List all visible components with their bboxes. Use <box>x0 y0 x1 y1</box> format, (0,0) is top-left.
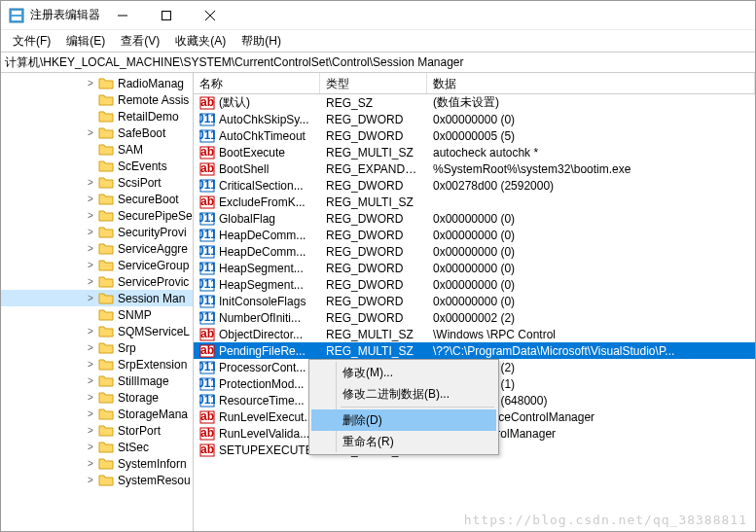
value-type: REG_DWORD <box>320 179 427 193</box>
list-row[interactable]: abPendingFileRe...REG_MULTI_SZ\??\C:\Pro… <box>194 342 755 359</box>
tree-expand-icon[interactable]: > <box>85 227 96 238</box>
close-button[interactable] <box>188 1 232 30</box>
tree-item[interactable]: >SecurePipeSe <box>1 207 193 224</box>
tree-expand-icon[interactable]: > <box>85 210 96 222</box>
tree-item[interactable]: >SecureBoot <box>1 191 193 207</box>
tree-item[interactable]: SAM <box>1 141 193 158</box>
list-row[interactable]: 011GlobalFlagREG_DWORD0x00000000 (0) <box>194 210 755 227</box>
tree-expand-icon[interactable]: > <box>85 392 96 404</box>
list-row[interactable]: 011NumberOfIniti...REG_DWORD0x00000002 (… <box>194 309 755 326</box>
menu-view[interactable]: 查看(V) <box>113 31 167 52</box>
tree-expand-icon[interactable]: > <box>85 442 96 453</box>
tree-expand-icon[interactable]: > <box>85 177 96 189</box>
tree-item[interactable]: >Srp <box>1 339 193 356</box>
col-header-type[interactable]: 类型 <box>320 73 427 93</box>
minimize-button[interactable] <box>100 1 144 30</box>
list-row[interactable]: 011HeapSegment...REG_DWORD0x00000000 (0) <box>194 260 755 276</box>
menu-edit[interactable]: 编辑(E) <box>58 31 113 52</box>
menu-favorites[interactable]: 收藏夹(A) <box>167 31 234 52</box>
value-data: 0x00000000 (0) <box>427 229 755 242</box>
context-menu-item[interactable]: 删除(D) <box>311 409 496 431</box>
folder-icon <box>98 474 114 487</box>
tree-expand-icon[interactable] <box>85 160 96 172</box>
tree-item[interactable]: >ScsiPort <box>1 174 193 191</box>
context-menu-item[interactable]: 重命名(R) <box>311 431 496 452</box>
tree-item[interactable]: >SafeBoot <box>1 124 193 141</box>
tree-item[interactable]: >ServiceProvic <box>1 273 193 290</box>
tree-expand-icon[interactable]: > <box>85 194 96 205</box>
tree-expand-icon[interactable] <box>85 94 96 106</box>
tree-expand-icon[interactable]: > <box>85 243 96 255</box>
tree-item[interactable]: RetailDemo <box>1 108 193 124</box>
tree-item[interactable]: >SrpExtension <box>1 356 193 372</box>
tree-expand-icon[interactable]: > <box>85 276 96 288</box>
binary-value-icon: 011 <box>199 377 215 391</box>
tree-expand-icon[interactable]: > <box>85 260 96 271</box>
binary-value-icon: 011 <box>199 229 215 242</box>
list-row[interactable]: 011InitConsoleFlagsREG_DWORD0x00000000 (… <box>194 293 755 309</box>
list-row[interactable]: 011AutoChkSkipSy...REG_DWORD0x00000000 (… <box>194 111 755 127</box>
tree-expand-icon[interactable]: > <box>85 475 96 486</box>
tree-expand-icon[interactable]: > <box>85 127 96 139</box>
tree-expand-icon[interactable]: > <box>85 342 96 354</box>
folder-icon <box>98 160 114 173</box>
tree-expand-icon[interactable]: > <box>85 293 96 304</box>
tree-item[interactable]: >RadioManag <box>1 75 193 91</box>
minimize-icon <box>118 11 127 20</box>
menu-help[interactable]: 帮助(H) <box>234 31 289 52</box>
folder-icon <box>98 341 114 355</box>
list-row[interactable]: abObjectDirector...REG_MULTI_SZ\Windows … <box>194 326 755 342</box>
tree-item-label: ServiceProvic <box>118 275 189 289</box>
tree-item[interactable]: >Session Man <box>1 290 193 306</box>
tree-item[interactable]: >StSec <box>1 439 193 455</box>
svg-text:011: 011 <box>199 361 215 373</box>
tree-item[interactable]: >SecurityProvi <box>1 224 193 240</box>
string-value-icon: ab <box>199 96 215 110</box>
list-row[interactable]: abExcludeFromK...REG_MULTI_SZ <box>194 194 755 210</box>
tree-item[interactable]: >StillImage <box>1 372 193 389</box>
tree-item[interactable]: >SystemInforn <box>1 455 193 472</box>
col-header-name[interactable]: 名称 <box>194 73 320 93</box>
list-row[interactable]: abBootExecuteREG_MULTI_SZautocheck autoc… <box>194 144 755 160</box>
tree-expand-icon[interactable]: > <box>85 375 96 387</box>
tree-expand-icon[interactable]: > <box>85 78 96 89</box>
maximize-button[interactable] <box>144 1 188 30</box>
tree-expand-icon[interactable]: > <box>85 425 96 437</box>
value-name: ProcessorCont... <box>219 361 306 374</box>
menu-file[interactable]: 文件(F) <box>5 31 58 52</box>
col-header-data[interactable]: 数据 <box>427 73 755 93</box>
list-row[interactable]: 011CriticalSection...REG_DWORD0x00278d00… <box>194 177 755 194</box>
tree-pane[interactable]: >RadioManagRemote AssisRetailDemo>SafeBo… <box>1 73 194 531</box>
address-bar[interactable]: 计算机\HKEY_LOCAL_MACHINE\SYSTEM\CurrentCon… <box>1 52 755 73</box>
tree-item[interactable]: >SQMServiceL <box>1 323 193 339</box>
value-type: REG_DWORD <box>320 113 427 126</box>
tree-expand-icon[interactable]: > <box>85 359 96 371</box>
tree-expand-icon[interactable] <box>85 144 96 156</box>
value-name: HeapDeComm... <box>219 229 306 242</box>
tree-item[interactable]: >StorageMana <box>1 406 193 422</box>
list-row[interactable]: 011HeapDeComm...REG_DWORD0x00000000 (0) <box>194 227 755 243</box>
tree-item[interactable]: >ServiceAggre <box>1 240 193 257</box>
list-row[interactable]: ab(默认)REG_SZ(数值未设置) <box>194 94 755 111</box>
tree-item[interactable]: Remote Assis <box>1 91 193 108</box>
tree-item[interactable]: >SystemResou <box>1 472 193 488</box>
tree-item-label: SecurityProvi <box>118 226 187 239</box>
context-menu-item[interactable]: 修改二进制数据(B)... <box>311 383 496 405</box>
tree-expand-icon[interactable] <box>85 309 96 321</box>
binary-value-icon: 011 <box>199 179 215 193</box>
tree-item[interactable]: SNMP <box>1 306 193 323</box>
list-row[interactable]: abBootShellREG_EXPAND_SZ%SystemRoot%\sys… <box>194 160 755 177</box>
tree-expand-icon[interactable]: > <box>85 326 96 337</box>
value-data: 0x00000000 (0) <box>427 262 755 275</box>
context-menu-item[interactable]: 修改(M)... <box>311 362 496 383</box>
list-row[interactable]: 011AutoChkTimeoutREG_DWORD0x00000005 (5) <box>194 127 755 144</box>
tree-item[interactable]: ScEvents <box>1 158 193 174</box>
tree-item[interactable]: >Storage <box>1 389 193 406</box>
tree-expand-icon[interactable]: > <box>85 458 96 470</box>
tree-item[interactable]: >StorPort <box>1 422 193 439</box>
list-row[interactable]: 011HeapDeComm...REG_DWORD0x00000000 (0) <box>194 243 755 260</box>
tree-expand-icon[interactable] <box>85 111 96 123</box>
tree-item[interactable]: >ServiceGroup <box>1 257 193 273</box>
list-row[interactable]: 011HeapSegment...REG_DWORD0x00000000 (0) <box>194 276 755 293</box>
tree-expand-icon[interactable]: > <box>85 408 96 420</box>
